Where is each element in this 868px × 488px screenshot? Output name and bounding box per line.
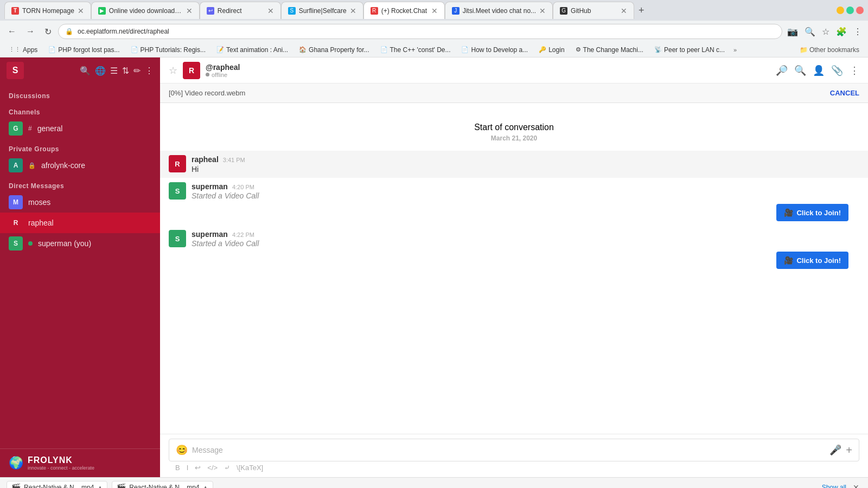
tab-rocketchat[interactable]: R (+) Rocket.Chat ✕ bbox=[363, 2, 445, 19]
star-icon[interactable]: ☆ bbox=[820, 25, 831, 38]
camera-icon[interactable]: 📷 bbox=[786, 25, 800, 38]
join-label-2: Click to Join! bbox=[796, 256, 841, 265]
discussions-section-label: Discussions bbox=[0, 86, 160, 102]
superman-online-dot bbox=[28, 241, 33, 246]
zoom-icon[interactable]: 🔎 bbox=[776, 65, 788, 76]
tab-close-redirect[interactable]: ✕ bbox=[267, 7, 274, 15]
undo-button[interactable]: ↩ bbox=[195, 464, 201, 472]
member-icon[interactable]: 👤 bbox=[813, 65, 825, 76]
download-item-2[interactable]: 🎬 React-Native & N....mp4 ▲ bbox=[112, 481, 213, 489]
tab-video[interactable]: ▶ Online video downloade... ✕ bbox=[91, 2, 200, 19]
maximize-button[interactable] bbox=[846, 7, 854, 14]
show-all-downloads-button[interactable]: Show all bbox=[822, 484, 846, 489]
globe-icon[interactable]: 🌐 bbox=[95, 66, 106, 76]
message-input[interactable] bbox=[192, 446, 825, 454]
tab-close-surfline[interactable]: ✕ bbox=[350, 7, 356, 15]
emoji-button[interactable]: 😊 bbox=[176, 444, 188, 456]
favorite-star[interactable]: ☆ bbox=[169, 65, 177, 76]
search-chat-icon[interactable]: 🔍 bbox=[794, 65, 806, 76]
bookmark-label-7: Login bbox=[548, 46, 564, 54]
extension-icon[interactable]: 🧩 bbox=[834, 25, 848, 38]
enter-button[interactable]: ⤶ bbox=[224, 464, 230, 472]
sidebar-item-general[interactable]: G # general bbox=[0, 118, 160, 139]
kebab-icon[interactable]: ⋮ bbox=[145, 66, 154, 76]
sidebar-nav: Discussions Channels G # general Private… bbox=[0, 84, 160, 448]
download-chevron-2[interactable]: ▲ bbox=[203, 484, 208, 488]
close-button[interactable] bbox=[856, 7, 864, 14]
tab-jitsi[interactable]: J Jitsi.Meet video chat no... ✕ bbox=[445, 2, 553, 19]
format-bar: B I ↩ </> ⤶ \[KaTeX] bbox=[169, 461, 859, 473]
tab-close-jitsi[interactable]: ✕ bbox=[539, 7, 546, 15]
sidebar-item-moses[interactable]: M moses bbox=[0, 192, 160, 213]
new-tab-button[interactable]: + bbox=[634, 3, 649, 18]
tab-close-video[interactable]: ✕ bbox=[186, 7, 193, 15]
message-time-3: 4:22 PM bbox=[232, 232, 254, 238]
downloads-bar: 🎬 React-Native & N....mp4 ▲ 🎬 React-Nati… bbox=[0, 477, 868, 488]
sort-alt-icon[interactable]: ⇅ bbox=[122, 66, 129, 76]
bookmark-peer-lan[interactable]: 📡 Peer to peer LAN c... bbox=[650, 45, 729, 55]
tab-torn[interactable]: T TORN Homepage ✕ bbox=[4, 2, 91, 19]
bookmarks-overflow[interactable]: » bbox=[731, 46, 739, 54]
message-italic-3: Started a Video Call bbox=[192, 239, 259, 248]
download-item-1[interactable]: 🎬 React-Native & N....mp4 ▲ bbox=[7, 481, 107, 489]
sidebar-item-rapheal[interactable]: R rapheal bbox=[0, 213, 160, 233]
code-button[interactable]: </> bbox=[207, 464, 218, 472]
bookmark-favicon-8: ⚙ bbox=[576, 46, 581, 53]
katex-button[interactable]: \[KaTeX] bbox=[237, 464, 263, 472]
forward-msg-icon[interactable]: ↪ bbox=[843, 155, 850, 164]
tab-redirect[interactable]: ↩ Redirect ✕ bbox=[200, 2, 281, 19]
tab-close-github[interactable]: ✕ bbox=[621, 7, 627, 15]
bookmark-text-animation[interactable]: 📝 Text animation : Ani... bbox=[212, 45, 292, 55]
reload-button[interactable]: ↻ bbox=[41, 24, 55, 39]
conversation-date: March 21, 2020 bbox=[160, 134, 868, 151]
sidebar-item-afrolynk[interactable]: A 🔒 afrolynk-core bbox=[0, 155, 160, 176]
address-bar[interactable]: 🔒 oc.eeplatform.net/direct/rapheal bbox=[58, 24, 782, 39]
react-icon[interactable]: 😊 bbox=[832, 155, 841, 164]
bookmark-ghana-property[interactable]: 🏠 Ghana Property for... bbox=[295, 45, 373, 55]
app: S 🔍 🌐 ☰ ⇅ ✏ ⋮ Discussions Channels G # g… bbox=[0, 57, 868, 477]
tab-title-jitsi: Jitsi.Meet video chat no... bbox=[463, 7, 536, 15]
message-author-3: superman bbox=[192, 230, 228, 239]
sidebar-item-superman[interactable]: S superman (you) bbox=[0, 233, 160, 254]
bookmark-login[interactable]: 🔑 Login bbox=[534, 45, 569, 55]
click-to-join-button-1[interactable]: 🎥 Click to Join! bbox=[776, 204, 848, 221]
upload-cancel-button[interactable]: CANCEL bbox=[830, 89, 859, 97]
bold-button[interactable]: B bbox=[175, 464, 180, 472]
sort-icon[interactable]: ☰ bbox=[110, 66, 118, 76]
edit-icon[interactable]: ✏ bbox=[133, 66, 141, 76]
bookmark-apps[interactable]: ⋮⋮ Apps bbox=[4, 45, 42, 55]
search-sidebar-icon[interactable]: 🔍 bbox=[80, 66, 91, 76]
minimize-button[interactable] bbox=[837, 7, 844, 14]
tab-close-rocketchat[interactable]: ✕ bbox=[431, 7, 438, 15]
bookmark-how-to-develop[interactable]: 📄 How to Develop a... bbox=[457, 45, 532, 55]
forward-button[interactable]: → bbox=[23, 24, 38, 38]
url-display: oc.eeplatform.net/direct/rapheal bbox=[78, 28, 169, 35]
download-chevron-1[interactable]: ▲ bbox=[97, 484, 103, 488]
italic-button[interactable]: I bbox=[187, 464, 189, 472]
message-time-1: 3:41 PM bbox=[223, 157, 245, 163]
bookmark-cpp[interactable]: 📄 The C++ 'const' De... bbox=[376, 45, 455, 55]
click-to-join-button-2[interactable]: 🎥 Click to Join! bbox=[776, 252, 848, 269]
tab-surfline[interactable]: S Surfline|Selfcare ✕ bbox=[281, 2, 363, 19]
tab-close-torn[interactable]: ✕ bbox=[78, 7, 84, 15]
other-bookmarks[interactable]: 📁 Other bookmarks bbox=[795, 45, 864, 55]
bookmark-php-tutorials[interactable]: 📄 PHP Tutorials: Regis... bbox=[126, 45, 210, 55]
search-icon[interactable]: 🔍 bbox=[803, 25, 817, 38]
more-msg-icon[interactable]: ⋮ bbox=[852, 155, 859, 164]
close-downloads-bar-button[interactable]: ✕ bbox=[851, 482, 861, 489]
message-header-3: superman 4:22 PM bbox=[192, 230, 859, 239]
bookmark-change-machine[interactable]: ⚙ The Change Machi... bbox=[571, 45, 648, 55]
message-header-2: superman 4:20 PM bbox=[192, 182, 859, 191]
attachment-icon[interactable]: 📎 bbox=[831, 65, 843, 76]
back-button[interactable]: ← bbox=[4, 24, 20, 38]
bookmark-php-forgot[interactable]: 📄 PHP forgot lost pas... bbox=[44, 45, 124, 55]
tab-github[interactable]: G GitHub ✕ bbox=[553, 2, 634, 19]
more-icon[interactable]: ⋮ bbox=[852, 25, 864, 38]
message-avatar-superman-1: S bbox=[169, 182, 186, 200]
mic-button[interactable]: 🎤 bbox=[829, 444, 841, 456]
message-author-1: rapheal bbox=[192, 155, 219, 164]
general-hash-icon: # bbox=[28, 125, 32, 132]
more-chat-icon[interactable]: ⋮ bbox=[850, 65, 859, 76]
add-button[interactable]: + bbox=[846, 444, 852, 457]
upload-progress-text: [0%] Video record.webm bbox=[169, 89, 830, 97]
